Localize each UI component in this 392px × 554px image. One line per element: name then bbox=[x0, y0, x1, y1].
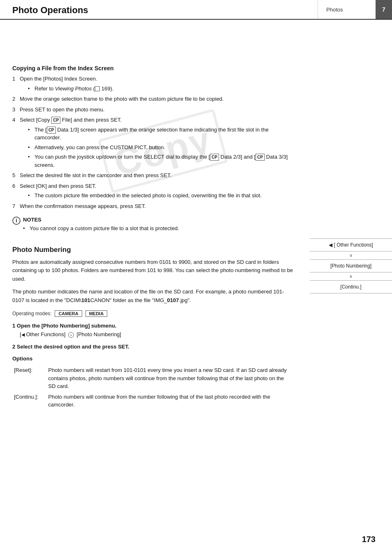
cp-icon-2: CP bbox=[47, 127, 56, 134]
sidebar-item-other-functions: ◀ [ Other Functions] bbox=[310, 239, 392, 252]
bullet-item: You can push the joystick up/down or tur… bbox=[28, 153, 293, 169]
option-label-reset: [Reset]: bbox=[12, 365, 46, 392]
photo-numbering-body1: Photos are automatically assigned consec… bbox=[12, 258, 293, 284]
circle-arrow-icon: › bbox=[68, 332, 74, 338]
copy-step-1: 1 Open the [Photos] Index Screen. Refer … bbox=[12, 75, 293, 92]
options-section: Options [Reset]: Photo numbers will rest… bbox=[12, 355, 293, 410]
photo-numbering-step2: 2 Select the desired option and the pres… bbox=[12, 344, 293, 350]
page-number: 7 bbox=[382, 6, 385, 13]
operating-modes: Operating modes: CAMERA MEDIA bbox=[12, 310, 293, 317]
book-icon bbox=[95, 86, 100, 91]
photo-numbering-step1: 1 Open the [Photo Numbering] submenu. bbox=[12, 323, 293, 329]
sidebar-other-functions-label: [ Other Functions] bbox=[334, 242, 373, 248]
sidebar-item-photo-numbering: [Photo Numbering] bbox=[310, 260, 392, 272]
page-number-area: 7 bbox=[376, 0, 392, 19]
copy-step-5: 5 Select the desired file slot in the ca… bbox=[12, 171, 293, 180]
copy-step-7: 7 When the confirmation message appears,… bbox=[12, 202, 293, 210]
photo-numbering-step1-sub: [◀ Other Functions] › [Photo Numbering] bbox=[12, 331, 293, 338]
copy-section: Copying a File from the Index Screen 1 O… bbox=[12, 65, 293, 236]
cp-icon-3: CP bbox=[210, 154, 219, 161]
bullet-item: Refer to Viewing Photos ( 169). bbox=[28, 85, 293, 93]
option-label-continu: [Continu.]: bbox=[12, 392, 46, 410]
notes-bullets: You cannot copy a custom picture file to… bbox=[23, 224, 179, 234]
copy-step-1-bullets: Refer to Viewing Photos ( 169). bbox=[28, 85, 293, 93]
section-label: Photos bbox=[326, 7, 343, 13]
cp-icon-4: CP bbox=[256, 154, 265, 161]
bullet-item: The custom picture file embedded in the … bbox=[28, 192, 293, 200]
photo-numbering-section: Photo Numbering Photos are automatically… bbox=[12, 246, 293, 410]
copy-step-2: 2 Move the orange selection frame to the… bbox=[12, 95, 293, 103]
sidebar-arrow-1: ∨ bbox=[310, 252, 392, 260]
section-label-area: Photos bbox=[318, 0, 376, 19]
option-text-reset: Photo numbers will restart from 101-0101… bbox=[46, 365, 293, 392]
page-container: Photo Operations Photos 7 Copy ◀ [ Other… bbox=[0, 0, 392, 554]
sidebar-continu-label: [Continu.] bbox=[340, 284, 361, 290]
camera-mode-badge: CAMERA bbox=[55, 310, 82, 317]
other-functions-icon: ◀ bbox=[329, 242, 332, 248]
photo-numbering-heading: Photo Numbering bbox=[12, 246, 293, 254]
sidebar-arrow-2: ∨ bbox=[310, 272, 392, 281]
notes-label: NOTES bbox=[23, 217, 179, 223]
notes-content: NOTES You cannot copy a custom picture f… bbox=[23, 217, 179, 236]
bullet-item: The [CP Data 1/3] screen appears with th… bbox=[28, 126, 293, 142]
notes-section: i NOTES You cannot copy a custom picture… bbox=[12, 217, 293, 236]
right-sidebar: ◀ [ Other Functions] ∨ [Photo Numbering]… bbox=[310, 238, 392, 293]
copy-step-4: 4 Select [Copy CP File] and then press S… bbox=[12, 116, 293, 169]
copy-step-3: 3 Press SET to open the photo menu. bbox=[12, 106, 293, 114]
bullet-item: Alternatively, you can press the CUSTOM … bbox=[28, 143, 293, 152]
options-table: [Reset]: Photo numbers will restart from… bbox=[12, 365, 293, 410]
bottom-page-number: 173 bbox=[362, 535, 376, 544]
copy-step-6-bullets: The custom picture file embedded in the … bbox=[28, 192, 293, 200]
main-content: Copying a File from the Index Screen 1 O… bbox=[0, 20, 306, 429]
copy-steps-list: 1 Open the [Photos] Index Screen. Refer … bbox=[12, 75, 293, 210]
page-title-area: Photo Operations bbox=[0, 0, 318, 19]
cp-icon: CP bbox=[51, 117, 60, 124]
media-mode-badge: MEDIA bbox=[85, 310, 107, 317]
copy-section-heading: Copying a File from the Index Screen bbox=[12, 65, 293, 72]
sidebar-photo-numbering-label: [Photo Numbering] bbox=[330, 263, 371, 269]
notes-icon: i bbox=[12, 217, 21, 225]
copy-step-4-bullets: The [CP Data 1/3] screen appears with th… bbox=[28, 126, 293, 169]
copy-step-6: 6 Select [OK] and then press SET. The cu… bbox=[12, 182, 293, 200]
notes-bullet-item: You cannot copy a custom picture file to… bbox=[23, 224, 179, 233]
page-header: Photo Operations Photos 7 bbox=[0, 0, 392, 20]
photo-numbering-body2: The photo number indicates the name and … bbox=[12, 288, 293, 305]
option-row-reset: [Reset]: Photo numbers will restart from… bbox=[12, 365, 293, 392]
sidebar-item-continu: [Continu.] bbox=[310, 281, 392, 293]
option-row-continu: [Continu.]: Photo numbers will continue … bbox=[12, 392, 293, 410]
operating-modes-label: Operating modes: bbox=[12, 311, 51, 316]
options-heading: Options bbox=[12, 355, 293, 362]
option-text-continu: Photo numbers will continue from the num… bbox=[46, 392, 293, 410]
page-header-right: Photos 7 bbox=[318, 0, 392, 19]
page-title: Photo Operations bbox=[12, 5, 88, 16]
